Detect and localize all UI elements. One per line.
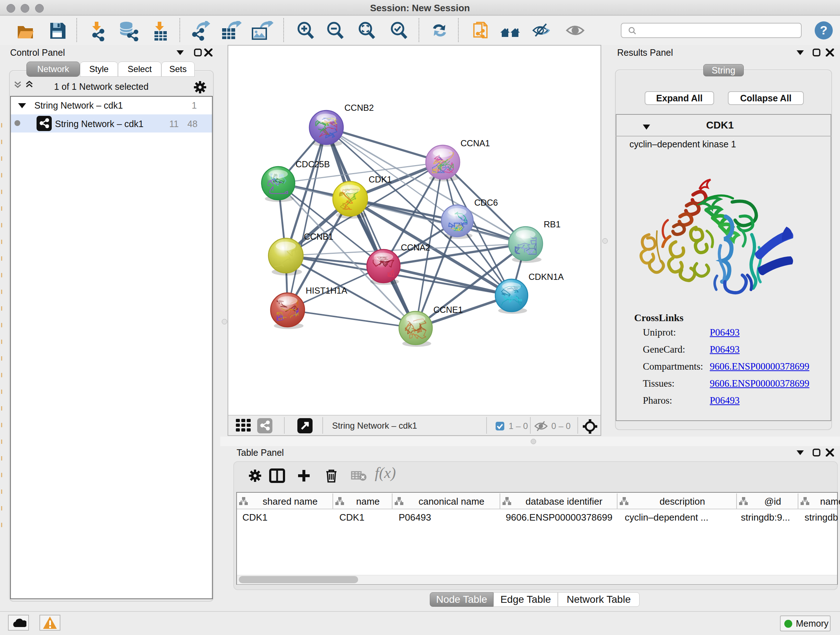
svg-text:CCNA1: CCNA1 [461, 138, 490, 148]
svg-text:CDK1: CDK1 [369, 174, 392, 184]
svg-text:CCNE1: CCNE1 [433, 305, 463, 315]
svg-text:CDKN1A: CDKN1A [529, 272, 564, 282]
svg-text:RB1: RB1 [544, 219, 561, 229]
svg-text:CCNB1: CCNB1 [304, 232, 333, 241]
svg-text:CDC6: CDC6 [474, 198, 498, 207]
svg-text:CCNA2: CCNA2 [401, 242, 430, 252]
svg-text:HIST1H1A: HIST1H1A [306, 286, 347, 295]
svg-text:CDC25B: CDC25B [295, 159, 330, 169]
svg-text:CCNB2: CCNB2 [344, 103, 374, 112]
